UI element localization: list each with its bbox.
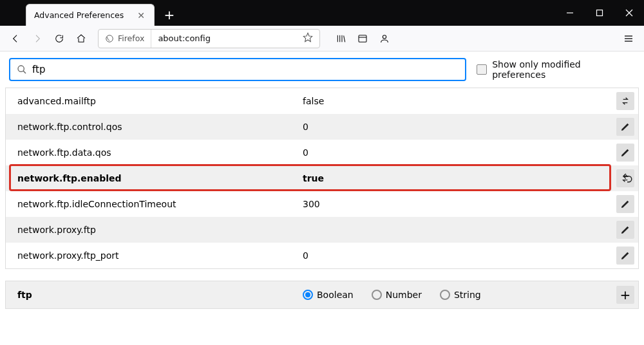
identity-box[interactable]: Firefox — [99, 30, 151, 48]
radio-icon — [303, 290, 313, 300]
reset-button[interactable] — [618, 169, 636, 187]
edit-button[interactable] — [616, 144, 634, 162]
pref-row[interactable]: network.ftp.enabledtrue — [6, 165, 638, 191]
svg-line-9 — [344, 35, 345, 42]
svg-point-16 — [18, 66, 24, 71]
show-modified-label: Show only modified preferences — [492, 59, 635, 80]
radio-string[interactable]: String — [440, 290, 481, 300]
account-button[interactable] — [374, 28, 395, 49]
show-modified-checkbox[interactable]: Show only modified preferences — [477, 59, 635, 80]
pref-name: network.ftp.idleConnectionTimeout — [6, 199, 299, 209]
firefox-logo-icon — [105, 34, 114, 43]
search-icon — [17, 64, 27, 75]
svg-rect-10 — [359, 35, 366, 42]
edit-button[interactable] — [616, 221, 634, 239]
radio-icon — [440, 290, 450, 300]
config-search-box[interactable] — [9, 58, 466, 81]
pref-row[interactable]: network.proxy.ftp — [6, 217, 638, 243]
navbar: Firefox — [0, 26, 644, 51]
pref-name: network.ftp.control.qos — [6, 122, 299, 132]
pref-name: network.ftp.data.qos — [6, 147, 299, 158]
radio-number[interactable]: Number — [372, 290, 422, 300]
pref-value: 0 — [299, 250, 612, 261]
pref-name: network.proxy.ftp — [6, 225, 299, 235]
forward-button[interactable] — [27, 28, 48, 49]
library-button[interactable] — [330, 28, 351, 49]
edit-button[interactable] — [616, 195, 634, 213]
svg-point-12 — [383, 35, 386, 38]
pref-value: 0 — [299, 122, 612, 132]
pref-value: true — [299, 173, 612, 183]
browser-tab[interactable]: Advanced Preferences ✕ — [26, 4, 155, 26]
pref-value: 0 — [299, 147, 612, 158]
new-tab-button[interactable]: + — [158, 4, 180, 26]
tab-close-icon[interactable]: ✕ — [136, 10, 146, 21]
radio-icon — [372, 290, 382, 300]
home-button[interactable] — [71, 28, 91, 49]
tab-title: Advanced Preferences — [34, 10, 131, 20]
radio-boolean[interactable]: Boolean — [303, 290, 354, 300]
about-config-content: Show only modified preferences advanced.… — [0, 51, 644, 345]
pref-name: network.proxy.ftp_port — [6, 250, 299, 261]
pref-name: network.ftp.enabled — [6, 173, 299, 183]
edit-button[interactable] — [616, 247, 634, 265]
maximize-button[interactable] — [585, 0, 614, 26]
pref-row[interactable]: network.ftp.control.qos0 — [6, 114, 638, 140]
window-controls — [555, 0, 644, 26]
svg-marker-5 — [303, 33, 312, 41]
new-pref-name: ftp — [6, 290, 299, 300]
identity-label: Firefox — [118, 33, 144, 43]
svg-rect-1 — [597, 10, 603, 16]
url-input[interactable] — [151, 33, 296, 43]
pref-row[interactable]: advanced.mailftpfalse — [6, 88, 638, 114]
prefs-table: advanced.mailftpfalsenetwork.ftp.control… — [5, 88, 639, 269]
pref-name: advanced.mailftp — [6, 96, 299, 106]
minimize-button[interactable] — [555, 0, 585, 26]
toggle-button[interactable] — [616, 92, 634, 110]
pref-row[interactable]: network.proxy.ftp_port0 — [6, 243, 638, 268]
svg-line-17 — [23, 71, 26, 73]
pref-value: 300 — [299, 199, 612, 209]
close-window-button[interactable] — [614, 0, 644, 26]
back-button[interactable] — [5, 28, 26, 49]
sidebar-button[interactable] — [352, 28, 373, 49]
bookmark-star-icon[interactable] — [296, 32, 319, 45]
reload-button[interactable] — [49, 28, 70, 49]
edit-button[interactable] — [616, 118, 634, 136]
pref-row[interactable]: network.ftp.data.qos0 — [6, 140, 638, 165]
svg-point-4 — [106, 35, 113, 42]
app-menu-button[interactable] — [618, 28, 639, 49]
checkbox-icon — [477, 64, 487, 75]
pref-row[interactable]: network.ftp.idleConnectionTimeout300 — [6, 191, 638, 217]
config-search-input[interactable] — [32, 64, 459, 75]
url-bar[interactable]: Firefox — [98, 29, 320, 48]
add-pref-button[interactable]: + — [616, 286, 634, 304]
pref-value: false — [299, 96, 612, 106]
new-pref-row: ftp Boolean Number String + — [5, 281, 639, 309]
titlebar: Advanced Preferences ✕ + — [0, 0, 644, 26]
